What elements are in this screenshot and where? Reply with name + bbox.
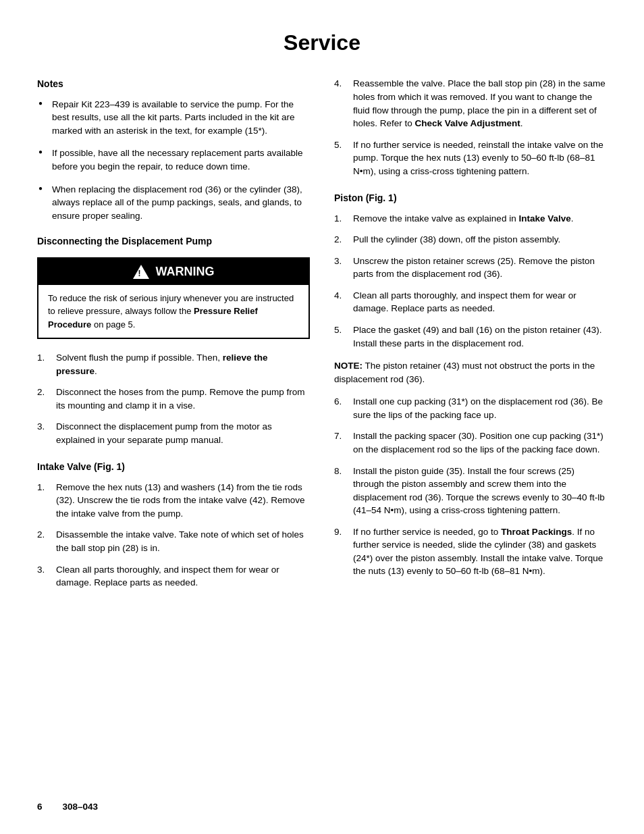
list-item: 3. Disconnect the displacement pump from… [37,420,310,446]
step-number: 2. [334,233,346,246]
step-text: Remove the hex nuts (13) and washers (14… [56,481,310,521]
warning-header: WARNING [38,259,308,284]
warning-label: WARNING [156,263,215,280]
step-number: 1. [334,212,346,226]
list-item: 4. Reassemble the valve. Place the ball … [334,77,607,130]
step-text: Disconnect the displacement pump from th… [56,420,310,446]
step-text: Clean all parts thoroughly, and inspect … [353,289,607,315]
list-item: 8. Install the piston guide (35). Instal… [334,465,607,517]
left-column: Notes Repair Kit 223–439 is available to… [37,77,310,597]
intake-steps: 1. Remove the hex nuts (13) and washers … [37,481,310,590]
list-item: 1. Solvent flush the pump if possible. T… [37,351,310,377]
step-number: 5. [334,138,346,178]
step-number: 4. [334,289,346,315]
disconnecting-heading: Disconnecting the Displacement Pump [37,234,310,248]
intake-continued-steps: 4. Reassemble the valve. Place the ball … [334,77,607,178]
list-item: 3. Unscrew the piston retainer screws (2… [334,255,607,281]
step-text: Pull the cylinder (38) down, off the pis… [353,233,607,246]
step-number: 6. [334,395,346,421]
intake-subheading: (Fig. 1) [94,461,125,472]
step-number: 4. [334,77,346,130]
step-text: If no further service is needed, go to T… [353,525,607,578]
doc-number: 308–043 [63,800,99,814]
list-item: If possible, have all the necessary repl… [37,147,310,173]
step-text: Disconnect the hoses from the pump. Remo… [56,386,310,412]
step-text: Solvent flush the pump if possible. Then… [56,351,310,377]
piston-heading: Piston (Fig. 1) [334,191,607,205]
step-number: 8. [334,465,346,517]
piston-steps-continued: 6. Install one cup packing (31*) on the … [334,395,607,578]
step-text: If no further service is needed, reinsta… [353,138,607,178]
list-item: When replacing the displacement rod (36)… [37,183,310,223]
step-text: Remove the intake valve as explained in … [353,212,607,226]
step-number: 9. [334,525,346,578]
warning-body: To reduce the risk of serious injury whe… [38,285,308,338]
step-number: 2. [37,386,49,412]
list-item: 3. Clean all parts thoroughly, and inspe… [37,563,310,590]
intake-heading: Intake Valve (Fig. 1) [37,460,310,473]
piston-steps: 1. Remove the intake valve as explained … [334,212,607,350]
page: Service Notes Repair Kit 223–439 is avai… [0,0,644,834]
right-column: 4. Reassemble the valve. Place the ball … [334,77,607,597]
step-text: Install one cup packing (31*) on the dis… [353,395,607,421]
notes-heading: Notes [37,77,310,90]
step-text: Place the gasket (49) and ball (16) on t… [353,323,607,350]
note-block: NOTE: The piston retainer (43) must not … [334,359,607,386]
list-item: 9. If no further service is needed, go t… [334,525,607,578]
step-number: 3. [37,420,49,446]
list-item: 2. Disconnect the hoses from the pump. R… [37,386,310,412]
list-item: 7. Install the packing spacer (30). Posi… [334,429,607,456]
step-text: Reassemble the valve. Place the ball sto… [353,77,607,130]
step-text: Install the piston guide (35). Install t… [353,465,607,517]
list-item: 1. Remove the intake valve as explained … [334,212,607,226]
step-text: Clean all parts thoroughly, and inspect … [56,563,310,590]
note-label: NOTE: [334,361,363,371]
step-number: 5. [334,323,346,350]
warning-triangle-icon [133,265,149,279]
piston-subheading: (Fig. 1) [366,192,397,203]
page-footer: 6 308–043 [37,800,607,814]
list-item: 4. Clean all parts thoroughly, and inspe… [334,289,607,315]
page-title: Service [37,27,607,58]
disconnecting-steps: 1. Solvent flush the pump if possible. T… [37,351,310,446]
two-column-layout: Notes Repair Kit 223–439 is available to… [37,77,607,597]
step-text: Disassemble the intake valve. Take note … [56,528,310,554]
step-text: Install the packing spacer (30). Positio… [353,429,607,456]
step-number: 1. [37,351,49,377]
list-item: 2. Disassemble the intake valve. Take no… [37,528,310,554]
warning-text-suffix: on page 5. [94,319,135,330]
step-number: 2. [37,528,49,554]
list-item: 5. Place the gasket (49) and ball (16) o… [334,323,607,350]
list-item: 1. Remove the hex nuts (13) and washers … [37,481,310,521]
list-item: 5. If no further service is needed, rein… [334,138,607,178]
list-item: Repair Kit 223–439 is available to servi… [37,98,310,138]
warning-box: WARNING To reduce the risk of serious in… [37,257,310,339]
step-text: Unscrew the piston retainer screws (25).… [353,255,607,281]
notes-list: Repair Kit 223–439 is available to servi… [37,98,310,223]
list-item: 6. Install one cup packing (31*) on the … [334,395,607,421]
step-number: 7. [334,429,346,456]
page-number: 6 [37,800,43,814]
step-number: 1. [37,481,49,521]
step-number: 3. [37,563,49,590]
list-item: 2. Pull the cylinder (38) down, off the … [334,233,607,246]
note-text: The piston retainer (43) must not obstru… [334,361,595,384]
step-number: 3. [334,255,346,281]
